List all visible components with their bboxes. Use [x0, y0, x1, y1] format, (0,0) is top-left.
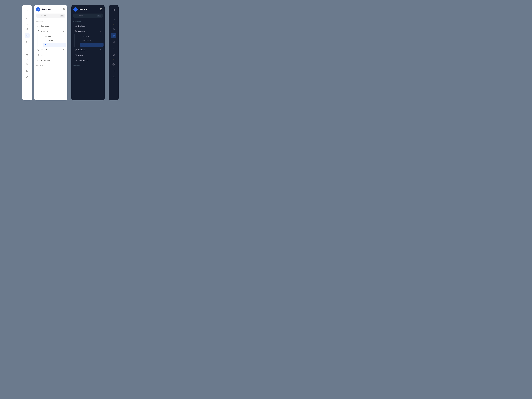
- settings-label: SETTINGS: [34, 65, 67, 66]
- expanded-light-sidebar: D deFransz Search ⌘ F MAIN MENU: [34, 5, 67, 101]
- bell-icon-btn[interactable]: [25, 75, 30, 80]
- analytics-icon: [37, 30, 40, 32]
- sidebar-header-dark: D deFransz: [71, 7, 105, 13]
- users-label-dark: Users: [78, 54, 101, 56]
- bookmark-icon-btn[interactable]: [25, 68, 30, 73]
- svg-point-35: [76, 54, 76, 55]
- transactions-icon-dark-btn[interactable]: [111, 52, 116, 57]
- nav-item-dashboard[interactable]: Dashboard: [35, 24, 66, 28]
- collapsed-light-sidebar: [22, 5, 32, 101]
- collapsed-dark-sidebar: [109, 5, 119, 101]
- transactions-bottom-label-dark: Transactions: [78, 59, 101, 61]
- settings-icon-btn[interactable]: [25, 62, 30, 67]
- products-chevron-down: ▼: [63, 49, 64, 51]
- svg-rect-9: [26, 54, 28, 55]
- svg-point-34: [75, 54, 76, 55]
- analytics-label: Analytics: [41, 30, 63, 32]
- svg-point-48: [114, 48, 114, 48]
- card-icon: [37, 59, 40, 62]
- search-icon-btn[interactable]: [25, 16, 30, 21]
- submenu-transactions[interactable]: Transactions: [43, 38, 66, 43]
- brand-logo-dark: D: [73, 7, 78, 12]
- svg-rect-44: [113, 29, 114, 30]
- nav-item-users[interactable]: Users: [35, 53, 66, 57]
- svg-point-8: [27, 48, 28, 48]
- submenu-overview-dark[interactable]: Overview: [80, 34, 103, 38]
- svg-point-21: [38, 54, 38, 55]
- transactions-label-dark: Transactions: [82, 40, 91, 41]
- svg-point-47: [113, 48, 114, 48]
- users-label: Users: [41, 54, 64, 56]
- brand-name-dark: deFransz: [79, 8, 89, 11]
- box-icon: [37, 49, 40, 51]
- nav-item-transactions-dark[interactable]: Transactions: [72, 58, 103, 63]
- nav-item-products-dark[interactable]: Products ▼: [72, 47, 103, 52]
- nav-item-products[interactable]: Products ▼: [35, 47, 66, 52]
- brand-logo: D: [36, 7, 40, 12]
- toggle-btn-dark[interactable]: [99, 8, 103, 11]
- visitors-label: Visitors: [44, 44, 51, 46]
- submenu-visitors[interactable]: Visitors: [43, 43, 66, 47]
- dashboard-icon-btn[interactable]: [25, 27, 30, 32]
- svg-rect-31: [76, 26, 76, 27]
- overview-label-dark: Overview: [82, 35, 89, 37]
- svg-line-30: [76, 16, 76, 16]
- card-icon-dark: [75, 59, 77, 62]
- svg-rect-40: [113, 9, 115, 11]
- separator-dot-dark: [113, 24, 114, 25]
- transactions-label: Transactions: [44, 40, 54, 41]
- search-icon-dark-btn[interactable]: [111, 16, 116, 21]
- analytics-icon-dark: [75, 30, 77, 32]
- dashboard-icon-dark-btn[interactable]: [111, 27, 116, 32]
- nav-item-dashboard-dark[interactable]: Dashboard: [72, 24, 103, 28]
- search-icon-dark: [75, 15, 77, 17]
- search-placeholder: Search: [41, 15, 59, 17]
- search-icon: [38, 15, 39, 17]
- separator-dot: [27, 24, 27, 25]
- products-chevron-dark: ▼: [100, 49, 101, 51]
- search-shortcut: ⌘ F: [60, 15, 64, 17]
- svg-line-3: [28, 19, 28, 19]
- toggle-btn-light[interactable]: [62, 8, 65, 11]
- nav-item-users-dark[interactable]: Users: [72, 53, 103, 57]
- analytics-chevron-up: ▲: [63, 30, 64, 32]
- bookmark-icon-dark-btn[interactable]: [111, 68, 116, 73]
- submenu-transactions-dark[interactable]: Transactions: [80, 38, 103, 43]
- brand-name: deFransz: [41, 8, 51, 11]
- toggle-sidebar-btn[interactable]: [25, 8, 30, 13]
- search-bar-light[interactable]: Search ⌘ F: [36, 13, 65, 18]
- nav-item-analytics-dark[interactable]: Analytics ▲: [72, 29, 103, 34]
- users-icon-dark-btn[interactable]: [111, 46, 116, 51]
- products-icon-btn[interactable]: [25, 39, 30, 44]
- submenu-overview[interactable]: Overview: [43, 34, 66, 38]
- nav-item-transactions[interactable]: Transactions: [35, 58, 66, 63]
- svg-rect-0: [26, 9, 28, 11]
- svg-point-7: [27, 48, 27, 48]
- analytics-icon-btn[interactable]: [25, 33, 30, 38]
- analytics-icon-dark-btn[interactable]: [111, 33, 116, 38]
- svg-point-53: [113, 64, 114, 65]
- collapsed-header: [25, 7, 30, 15]
- svg-point-22: [39, 54, 39, 55]
- bell-icon-dark-btn[interactable]: [111, 75, 116, 80]
- settings-icon-dark-btn[interactable]: [111, 62, 116, 67]
- visitors-label-dark: Visitors: [82, 44, 88, 46]
- users-icon: [37, 54, 40, 56]
- users-icon-dark: [75, 54, 77, 56]
- dashboard-label: Dashboard: [41, 25, 64, 27]
- transactions-icon-btn[interactable]: [25, 52, 30, 57]
- users-icon-btn[interactable]: [25, 46, 30, 51]
- main-menu-label-dark: MAIN MENU: [71, 21, 105, 22]
- products-icon-dark-btn[interactable]: [111, 39, 116, 44]
- toggle-sidebar-dark-btn[interactable]: [111, 8, 116, 13]
- home-icon: [37, 25, 40, 27]
- transactions-bottom-label: Transactions: [41, 59, 64, 61]
- svg-point-13: [27, 64, 27, 65]
- analytics-label-dark: Analytics: [78, 30, 100, 32]
- analytics-submenu-dark: Overview Transactions Visitors: [75, 34, 103, 47]
- nav-item-analytics[interactable]: Analytics ▲: [35, 29, 66, 34]
- search-bar-dark[interactable]: Search ⌘ F: [73, 13, 103, 18]
- submenu-visitors-dark[interactable]: Visitors: [80, 43, 103, 47]
- sidebar-header-light: D deFransz: [34, 7, 67, 13]
- expanded-dark-sidebar: D deFransz Search ⌘ F MAIN MENU: [71, 5, 105, 101]
